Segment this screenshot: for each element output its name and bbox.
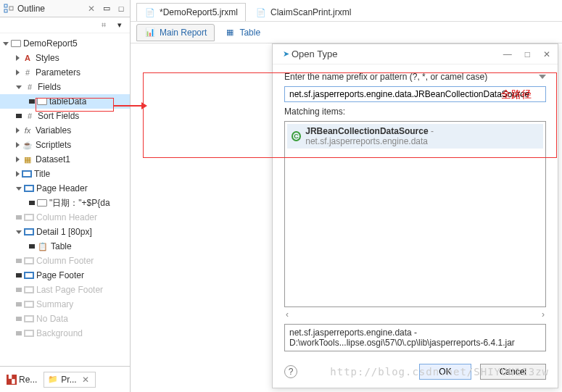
- tree-pagefooter[interactable]: Page Footer: [0, 268, 130, 283]
- open-type-dialog: ➤ Open Type — □ ✕ Enter the name prefix …: [272, 43, 558, 388]
- tree-background[interactable]: Background: [0, 326, 130, 341]
- tree-columnheader[interactable]: Column Header: [0, 210, 130, 225]
- report-tab-main[interactable]: 📊Main Report: [136, 24, 215, 41]
- tree-pageheader[interactable]: Page Header: [0, 181, 130, 196]
- svg-rect-1: [4, 9, 7, 12]
- class-icon: C: [292, 131, 301, 141]
- prompt-label: Enter the name prefix or pattern (?, *, …: [284, 72, 539, 82]
- ok-button[interactable]: OK: [419, 364, 471, 380]
- close-tab-icon[interactable]: ✕: [79, 375, 92, 385]
- tree-styles[interactable]: AStyles: [0, 51, 130, 65]
- history-dropdown-icon[interactable]: [539, 75, 546, 79]
- cancel-button[interactable]: Cancel: [480, 364, 546, 380]
- tree-title[interactable]: Title: [0, 167, 130, 181]
- hscroll-indicator[interactable]: ‹›: [284, 309, 546, 320]
- tree-columnfooter[interactable]: Column Footer: [0, 254, 130, 268]
- re-icon: ▚: [7, 375, 17, 385]
- outline-toolbar: ⌗ ▾: [0, 17, 130, 33]
- tree-tabledata[interactable]: tableData: [0, 94, 130, 109]
- jrxml-icon: 📄: [255, 7, 267, 18]
- outline-title: Outline: [17, 4, 82, 14]
- tree-scriptlets[interactable]: ☕Scriptlets: [0, 138, 130, 152]
- dialog-title: Open Type: [292, 49, 503, 59]
- tree-fields[interactable]: #Fields: [0, 80, 130, 94]
- matching-list[interactable]: C JRBeanCollectionDataSource - net.sf.ja…: [284, 121, 546, 307]
- outline-view-header: Outline ✕ ▭ □: [0, 0, 130, 17]
- tree-variables[interactable]: fxVariables: [0, 123, 130, 138]
- tree-table[interactable]: 📋Table: [0, 239, 130, 254]
- annotation-label: 全路径: [501, 88, 532, 101]
- toolbar-hash-icon[interactable]: ⌗: [98, 20, 109, 31]
- matching-label: Matching items:: [284, 107, 546, 117]
- editor-tab-claim[interactable]: 📄ClaimScanPrint.jrxml: [247, 3, 359, 21]
- report-icon: 📊: [144, 27, 156, 38]
- maximize-button[interactable]: □: [525, 49, 530, 59]
- tree-dateexpr[interactable]: "日期："+$P{da: [0, 196, 130, 210]
- editor-tabs: 📄*DemoReport5.jrxml 📄ClaimScanPrint.jrxm…: [131, 0, 562, 22]
- tree-summary[interactable]: Summary: [0, 297, 130, 312]
- tree-parameters[interactable]: #Parameters: [0, 65, 130, 80]
- tab-re[interactable]: ▚Re...: [3, 372, 41, 387]
- tree-nodata[interactable]: No Data: [0, 312, 130, 326]
- tree-dataset1[interactable]: ▦Dataset1: [0, 152, 130, 167]
- toolbar-menu-icon[interactable]: ▾: [114, 20, 125, 31]
- tree-sortfields[interactable]: #Sort Fields: [0, 109, 130, 123]
- svg-rect-0: [4, 4, 7, 7]
- bottom-tabs: ▚Re... 📁Pr...✕: [0, 366, 130, 392]
- opentype-icon: ➤: [280, 49, 292, 60]
- report-tabs: 📊Main Report ▦Table: [131, 22, 562, 43]
- tab-pr[interactable]: 📁Pr...✕: [44, 372, 95, 388]
- minimize-icon[interactable]: ▭: [101, 3, 112, 14]
- dialog-titlebar: ➤ Open Type — □ ✕: [273, 44, 558, 64]
- minimize-button[interactable]: —: [503, 49, 512, 59]
- tree-root[interactable]: DemoReport5: [0, 36, 130, 51]
- outline-icon: [3, 3, 15, 14]
- svg-rect-2: [9, 7, 13, 10]
- tree-lastpagefooter[interactable]: Last Page Footer: [0, 283, 130, 297]
- pr-icon: 📁: [47, 374, 59, 385]
- table-icon: ▦: [224, 27, 236, 38]
- report-tab-table[interactable]: ▦Table: [216, 24, 268, 41]
- path-display: net.sf.jasperreports.engine.data - D:\wo…: [284, 324, 546, 351]
- outline-tree[interactable]: DemoReport5 AStyles #Parameters #Fields …: [0, 33, 130, 366]
- help-icon[interactable]: ?: [284, 365, 297, 378]
- close-button[interactable]: ✕: [543, 49, 550, 59]
- tree-detail[interactable]: Detail 1 [80px]: [0, 225, 130, 239]
- maximize-icon[interactable]: □: [115, 3, 127, 14]
- close-view-icon[interactable]: ✕: [85, 4, 98, 14]
- jrxml-icon: 📄: [144, 7, 156, 18]
- editor-tab-demo[interactable]: 📄*DemoReport5.jrxml: [136, 3, 246, 21]
- list-item[interactable]: C JRBeanCollectionDataSource - net.sf.ja…: [287, 124, 543, 149]
